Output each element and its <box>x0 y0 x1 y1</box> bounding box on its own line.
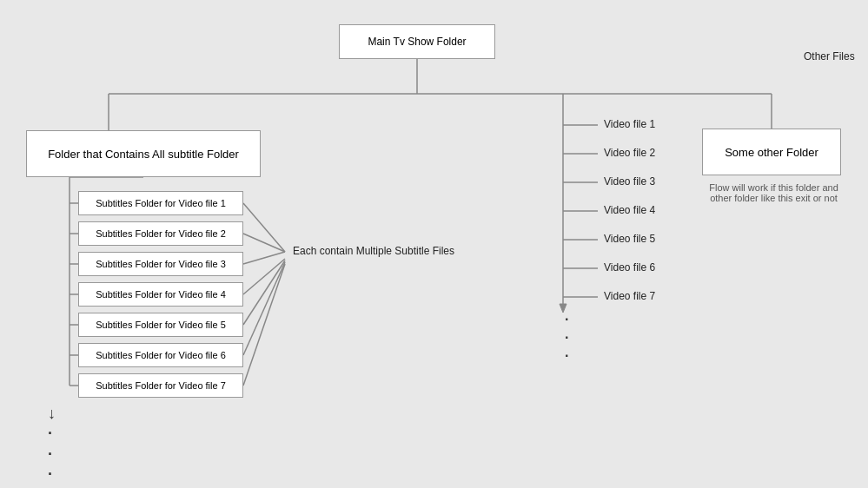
video5-label: Video file 5 <box>604 233 655 245</box>
video7-label: Video file 7 <box>604 290 655 302</box>
svg-line-17 <box>243 259 285 294</box>
other-files-label: Other Files <box>804 50 855 63</box>
sub3-box: Subtitles Folder for Video file 3 <box>78 252 243 276</box>
video3-label: Video file 3 <box>604 175 655 188</box>
video-dots: ··· <box>565 311 568 365</box>
sub2-box: Subtitles Folder for Video file 2 <box>78 221 243 246</box>
video2-label: Video file 2 <box>604 147 655 159</box>
svg-line-19 <box>243 262 285 355</box>
video4-label: Video file 4 <box>604 204 655 216</box>
sub7-box: Subtitles Folder for Video file 7 <box>78 373 243 398</box>
video6-label: Video file 6 <box>604 261 655 274</box>
main-folder-box: Main Tv Show Folder <box>339 24 495 59</box>
some-other-folder-box: Some other Folder <box>702 129 841 175</box>
svg-line-15 <box>243 234 285 252</box>
svg-line-14 <box>243 203 285 252</box>
video1-label: Video file 1 <box>604 118 655 130</box>
main-folder-label: Main Tv Show Folder <box>368 36 466 48</box>
sub1-box: Subtitles Folder for Video file 1 <box>78 191 243 215</box>
sub7-label: Subtitles Folder for Video file 7 <box>96 380 226 391</box>
subtitle-container-label: Folder that Contains All subtitle Folder <box>48 148 239 161</box>
each-contain-label: Each contain Multiple Subtitle Files <box>287 245 461 257</box>
flow-note-text: Flow will work if this folder and other … <box>709 182 838 203</box>
diagram: Main Tv Show Folder Folder that Contains… <box>0 0 868 488</box>
sub4-box: Subtitles Folder for Video file 4 <box>78 282 243 307</box>
sub6-box: Subtitles Folder for Video file 6 <box>78 343 243 367</box>
svg-line-18 <box>243 260 285 325</box>
sub4-label: Subtitles Folder for Video file 4 <box>96 289 226 300</box>
sub5-label: Subtitles Folder for Video file 5 <box>96 320 226 330</box>
svg-line-16 <box>243 252 285 264</box>
sub-dots: ↓··· <box>48 404 56 485</box>
svg-line-20 <box>243 264 285 386</box>
sub5-box: Subtitles Folder for Video file 5 <box>78 313 243 337</box>
subtitle-container-box: Folder that Contains All subtitle Folder <box>26 130 261 177</box>
sub6-label: Subtitles Folder for Video file 6 <box>96 350 226 360</box>
sub1-label: Subtitles Folder for Video file 1 <box>96 198 226 208</box>
flow-note-label: Flow will work if this folder and other … <box>702 182 845 203</box>
some-other-label: Some other Folder <box>725 146 818 159</box>
sub3-label: Subtitles Folder for Video file 3 <box>96 259 226 269</box>
sub2-label: Subtitles Folder for Video file 2 <box>96 228 226 239</box>
